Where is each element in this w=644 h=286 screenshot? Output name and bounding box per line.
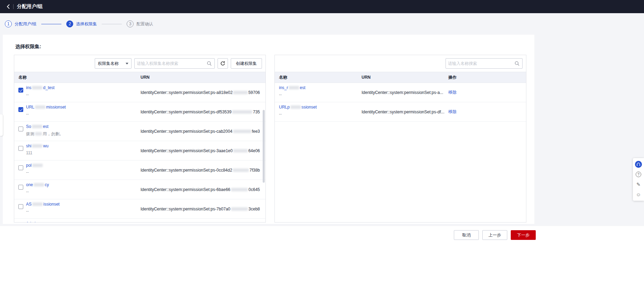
feedback-button[interactable]: ☺ [634, 190, 643, 199]
step-2: 2 选择权限集 [66, 20, 97, 27]
selected-permission-sets-panel: 名称 URN 操作 ins_rest -- IdentityCenter::sy… [274, 55, 526, 223]
permission-set-name-link[interactable]: Soest [26, 124, 49, 129]
row-urn: IdentityCenter::system:permissionSet:ps-… [362, 102, 446, 121]
previous-step-button[interactable]: 上一步 [482, 230, 507, 240]
collapse-handle[interactable] [0, 114, 3, 136]
step-2-circle: 2 [66, 20, 73, 27]
left-table-body: insd_test -- IdentityCenter::system:perm… [14, 83, 265, 223]
table-row: Soest 拨测用，勿删。 IdentityCenter::system:per… [14, 122, 265, 141]
redacted-text [32, 86, 42, 89]
row-name-cell: ins_rest -- [279, 85, 305, 97]
row-description: 111 [26, 150, 49, 155]
filter-select[interactable]: 权限集名称 [95, 58, 132, 69]
permission-set-name-link[interactable]: onecy [26, 182, 49, 187]
top-header: 分配用户/组 [0, 0, 644, 13]
row-name-cell: insd_test -- [26, 85, 54, 97]
redacted-text [231, 207, 248, 211]
left-panel-toolbar: 权限集名称 创建权限集 [14, 55, 265, 72]
screen: 分配用户/组 1 分配用户/组 2 选择权限集 3 配置确认 选择权限集: 权限… [0, 0, 644, 286]
permission-set-search-box [134, 58, 215, 69]
row-description: -- [26, 189, 49, 194]
row-action-cell: 移除 [448, 102, 457, 121]
step-3-label: 配置确认 [136, 21, 153, 27]
row-description: -- [26, 170, 43, 175]
row-urn: IdentityCenter::system:permissionSet:ps-… [141, 161, 260, 180]
table-row: URLmissionset -- IdentityCenter::system:… [14, 102, 265, 122]
row-description: -- [279, 112, 317, 116]
permission-set-name-link[interactable]: shiwu [26, 144, 49, 148]
redacted-text [233, 91, 247, 94]
remove-link[interactable]: 移除 [448, 89, 457, 95]
permission-set-name-link[interactable]: insd_test [26, 85, 54, 90]
row-checkbox[interactable] [18, 185, 23, 190]
permission-set-transfer: 权限集名称 创建权限集 名称 URN [3, 50, 534, 223]
survey-button[interactable]: ✎ [634, 180, 643, 189]
help-button[interactable]: ? [634, 170, 643, 179]
redacted-text [233, 168, 249, 172]
row-action-cell: 移除 [448, 83, 457, 102]
table-row: URLpssionset -- IdentityCenter::system:p… [275, 102, 526, 122]
header-divider [13, 4, 14, 9]
redacted-text [233, 130, 251, 133]
row-checkbox[interactable] [18, 107, 23, 112]
step-1-label: 分配用户/组 [15, 21, 36, 27]
permission-set-name-link[interactable]: URLmissionset [26, 105, 66, 110]
row-checkbox[interactable] [18, 165, 23, 170]
table-row: onecy -- IdentityCenter::system:permissi… [14, 180, 265, 199]
permission-set-name-link[interactable]: Admin [26, 221, 38, 223]
search-icon[interactable] [207, 61, 212, 66]
selected-search-input[interactable] [447, 61, 515, 66]
content-card: 选择权限集: 权限集名称 创建权限集 [3, 35, 534, 224]
table-row: insd_test -- IdentityCenter::system:perm… [14, 83, 265, 102]
row-name-cell: onecy -- [26, 182, 49, 194]
survey-pencil-icon: ✎ [636, 182, 641, 187]
permission-set-name-link[interactable]: ASissionset [26, 202, 60, 207]
permission-set-name-link[interactable]: ins_rest [279, 85, 305, 90]
row-checkbox[interactable] [18, 146, 23, 151]
row-name-cell: ASissionset -- [26, 202, 60, 214]
step-indicator: 1 分配用户/组 2 选择权限集 3 配置确认 [0, 13, 644, 35]
permission-set-name-link[interactable]: URLpssionset [279, 105, 317, 110]
permission-set-name-link[interactable]: pol [26, 163, 43, 168]
right-panel-toolbar [275, 55, 526, 72]
permission-set-search-input[interactable] [135, 61, 207, 66]
step-2-label: 选择权限集 [76, 21, 97, 27]
row-urn: IdentityCenter::system:permissionSet:ps-… [141, 102, 260, 121]
redacted-text [231, 188, 248, 191]
row-description: -- [26, 209, 60, 214]
row-name-cell: URLpssionset -- [279, 105, 317, 116]
chevron-left-icon [7, 4, 10, 9]
search-icon[interactable] [515, 61, 519, 66]
chevron-down-icon [126, 63, 128, 64]
step-3: 3 配置确认 [127, 20, 153, 27]
next-step-button[interactable]: 下一步 [511, 230, 536, 240]
table-row: ASissionset -- IdentityCenter::system:pe… [14, 199, 265, 219]
refresh-icon [220, 61, 226, 66]
table-row: Admin [14, 219, 265, 223]
step-1-circle: 1 [5, 20, 12, 27]
row-name-cell: URLmissionset -- [26, 105, 66, 116]
right-table-header: 名称 URN 操作 [275, 72, 526, 83]
step-connector-2 [102, 24, 122, 24]
assistant-button[interactable] [634, 160, 643, 169]
redacted-text [32, 164, 43, 167]
redacted-text [32, 125, 42, 128]
cancel-button[interactable]: 取消 [454, 230, 479, 240]
refresh-button[interactable] [218, 58, 228, 69]
table-row: ins_rest -- IdentityCenter::system:permi… [275, 83, 526, 102]
row-urn: IdentityCenter::system:permissionSet:ps-… [141, 199, 260, 218]
row-description: 拨测用，勿删。 [26, 131, 63, 137]
row-checkbox[interactable] [18, 204, 23, 209]
right-table-body: ins_rest -- IdentityCenter::system:permi… [275, 83, 526, 223]
row-checkbox[interactable] [18, 88, 23, 93]
back-button[interactable] [5, 3, 12, 10]
column-header-action: 操作 [448, 72, 457, 83]
remove-link[interactable]: 移除 [448, 109, 457, 115]
step-connector-1 [41, 24, 61, 24]
column-header-urn: URN [362, 72, 371, 83]
row-description: -- [26, 92, 54, 97]
row-checkbox[interactable] [18, 127, 23, 131]
create-permission-set-button[interactable]: 创建权限集 [231, 58, 262, 69]
page-title: 分配用户/组 [17, 3, 43, 10]
vertical-scrollbar[interactable] [263, 110, 265, 183]
